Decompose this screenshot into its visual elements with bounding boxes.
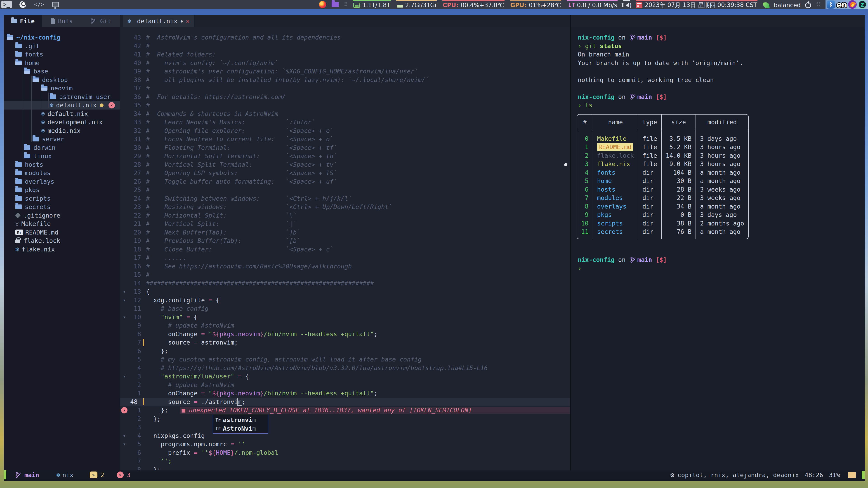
shell-command[interactable]: › git status bbox=[578, 42, 865, 51]
editor-line[interactable]: 41# Related folders: bbox=[120, 50, 569, 59]
editor-line[interactable]: 7 ''; bbox=[120, 457, 569, 465]
tree-item-desktop[interactable]: desktop bbox=[4, 76, 120, 84]
statusline-git-branch[interactable]: main bbox=[14, 471, 39, 479]
editor-line[interactable]: 18# Close Buffer: `<Space> + c` bbox=[120, 245, 569, 254]
editor-line[interactable]: ▾10 "nvim" = { bbox=[120, 313, 569, 322]
editor-line[interactable]: 29# Horizontal Split Terminal: `<Space> … bbox=[120, 152, 569, 160]
editor-line[interactable]: 21# Vertical Split: `|` bbox=[120, 220, 569, 228]
tree-item-flake-lock[interactable]: flake.lock bbox=[4, 236, 120, 245]
terminal-pane[interactable]: nix-config on main [$]› git statusOn bra… bbox=[571, 27, 865, 470]
completion-popup[interactable]: TrastronvimTrAstroNvim bbox=[213, 415, 268, 433]
statusline-modified-badge[interactable]: ✎ 2 bbox=[90, 471, 104, 479]
editor-line[interactable]: 48 source = ./astronvim; bbox=[120, 398, 569, 406]
tree-item-linux[interactable]: linux bbox=[4, 152, 120, 160]
editor-line[interactable]: 11 # base config bbox=[120, 304, 569, 313]
tree-item-overlays[interactable]: overlays bbox=[4, 177, 120, 186]
editor-line[interactable]: ▾4 nixpkgs.config bbox=[120, 431, 569, 440]
editor-line[interactable]: 6 }; bbox=[120, 347, 569, 355]
editor-line[interactable]: 26# Toggle buffer auto formatting: `<Spa… bbox=[120, 177, 569, 186]
editor-line[interactable]: 43# AstroNvim's configuration and all it… bbox=[120, 33, 569, 42]
tree-item-astronvim-user[interactable]: astronvim_user bbox=[4, 93, 120, 101]
editor-line[interactable]: 20# Next Buffer(Tab): `]b` bbox=[120, 228, 569, 237]
editor-line[interactable]: 32# Opening file explorer: `<Space> + e` bbox=[120, 127, 569, 135]
editor-line[interactable]: ▾12 xdg.configFile = { bbox=[120, 296, 569, 304]
bluetooth-icon[interactable]: ᛒ bbox=[827, 0, 835, 8]
editor-line[interactable]: 30# Floating Terminal: `<Space> + tf` bbox=[120, 143, 569, 152]
chat-tray-icon[interactable]: z bbox=[858, 0, 867, 9]
editor-line[interactable]: 33# Learn Neovim's Basics: `:Tutor` bbox=[120, 118, 569, 127]
tree-item-media-nix[interactable]: ❄media.nix bbox=[4, 127, 120, 135]
editor-line[interactable]: 37# bbox=[120, 84, 569, 93]
workspace-terminal-icon[interactable]: >_ bbox=[1, 1, 12, 8]
tree-item-home[interactable]: home bbox=[4, 59, 120, 67]
editor-line[interactable]: 19# Previous Buffer(Tab): `[b` bbox=[120, 236, 569, 245]
tree-item-default-nix[interactable]: ❄default.nix✕ bbox=[4, 101, 120, 109]
editor-line[interactable]: 6 prefix = ''${HOME}/.npm-global bbox=[120, 449, 569, 457]
tree-item-darwin[interactable]: darwin bbox=[4, 143, 120, 152]
keyboard-layout[interactable]: en bbox=[836, 0, 847, 9]
editor-line[interactable]: 31# Focus Neotree to current file: `<Spa… bbox=[120, 135, 569, 143]
buffer-tab-default-nix[interactable]: ❄ default.nix ● ✕ bbox=[123, 15, 194, 27]
editor-line[interactable]: 42# bbox=[120, 42, 569, 51]
workspace-tor-browser-icon[interactable] bbox=[18, 1, 28, 8]
editor-line[interactable]: 2 }; bbox=[120, 415, 569, 423]
editor-line[interactable]: 16# See https://astronvim.com/Basic%20Us… bbox=[120, 262, 569, 271]
workspace-code-icon[interactable]: </> bbox=[34, 1, 44, 8]
editor-line[interactable]: 35# bbox=[120, 101, 569, 109]
tree-item--git[interactable]: .git bbox=[4, 42, 120, 51]
tree-item-modules[interactable]: modules bbox=[4, 169, 120, 177]
completion-item[interactable]: Trastronvim bbox=[213, 416, 268, 424]
editor-line[interactable]: 36# For details: https://astronvim.com/ bbox=[120, 93, 569, 101]
editor-line[interactable]: 14######################################… bbox=[120, 279, 569, 288]
workspace-monitor-icon[interactable] bbox=[50, 1, 61, 8]
editor-line[interactable]: 3 bbox=[120, 423, 569, 431]
editor-line[interactable]: 24# Switching between windows: `<Ctrl> +… bbox=[120, 194, 569, 203]
editor-line[interactable]: 8 onChange = "${pkgs.neovim}/bin/nvim --… bbox=[120, 330, 569, 338]
tree-item-secrets[interactable]: secrets bbox=[4, 203, 120, 211]
editor-line[interactable]: 5 # my cusotom astronvim config, astronv… bbox=[120, 355, 569, 364]
flame-tray-icon[interactable] bbox=[848, 0, 857, 9]
launcher-firefox[interactable] bbox=[319, 0, 326, 9]
neotree-tab-git[interactable]: Git bbox=[81, 15, 120, 27]
editor-line[interactable]: 4 # https://github.com/AstroNvim/AstroNv… bbox=[120, 364, 569, 372]
editor-line[interactable]: 1 onChange = "${pkgs.neovim}/bin/nvim --… bbox=[120, 389, 569, 398]
editor-line[interactable]: ▾3 "astronvim/lua/user" = { bbox=[120, 372, 569, 381]
tree-item-readme-md[interactable]: M↓README.md bbox=[4, 228, 120, 237]
tree-item-default-nix[interactable]: ❄default.nix bbox=[4, 109, 120, 118]
tree-item-server[interactable]: server bbox=[4, 135, 120, 143]
editor-line[interactable]: 9 # update AstroNvim bbox=[120, 321, 569, 330]
editor-line[interactable]: 28# Vertical Split Terminal: `<Space> + … bbox=[120, 160, 569, 169]
editor-line[interactable]: 8 }; bbox=[120, 465, 569, 470]
editor-line[interactable]: 25# bbox=[120, 186, 569, 194]
launcher-files[interactable] bbox=[332, 0, 339, 9]
neotree-tab-bufs[interactable]: Bufs bbox=[42, 15, 81, 27]
editor-line[interactable]: 23# Resizing windows: `<Ctrl> + Up/Down/… bbox=[120, 203, 569, 211]
editor-line[interactable]: ▾5 programs.npm.npmrc = '' bbox=[120, 440, 569, 449]
editor-line[interactable]: 39# astronvim's user configuration: `$XD… bbox=[120, 67, 569, 76]
editor-line[interactable]: 22# Horizontal Split: `\` bbox=[120, 211, 569, 220]
shell-command[interactable]: › ls bbox=[578, 101, 865, 109]
close-buffer-icon[interactable]: ✕ bbox=[186, 18, 190, 25]
tree-item-fonts[interactable]: fonts bbox=[4, 50, 120, 59]
editor-line[interactable]: 15# bbox=[120, 270, 569, 279]
tree-item-pkgs[interactable]: pkgs bbox=[4, 186, 120, 194]
editor-line[interactable]: 2 # update AstroNvim bbox=[120, 381, 569, 389]
editor-line[interactable]: 38# all plugins will be installed into(b… bbox=[120, 76, 569, 84]
editor-line[interactable]: ✕1 };■ unexpected TOKEN_CURLY_B_CLOSE at… bbox=[120, 406, 569, 415]
editor-line[interactable]: 17# ...... bbox=[120, 254, 569, 262]
tree-item-makefile[interactable]: ♉Makefile bbox=[4, 220, 120, 228]
tree-item--nix-config[interactable]: ~/nix-config bbox=[4, 33, 120, 42]
tree-item-flake-nix[interactable]: ❄flake.nix bbox=[4, 245, 120, 254]
editor-line[interactable]: 7 source = astronvim; bbox=[120, 338, 569, 347]
shell-prompt-input[interactable]: › bbox=[578, 264, 667, 273]
completion-item[interactable]: TrAstroNvim bbox=[213, 424, 268, 433]
neotree-tab-file[interactable]: File bbox=[4, 15, 42, 27]
tree-item-base[interactable]: base bbox=[4, 67, 120, 76]
tree-item-neovim[interactable]: neovim bbox=[4, 84, 120, 93]
editor-line[interactable]: 40# nvim's config: `~/.config/nvim` bbox=[120, 59, 569, 67]
editor-line[interactable]: 27# Opening LSP symbols: `<Space> + lS` bbox=[120, 169, 569, 177]
editor-line[interactable]: ▾13{ bbox=[120, 287, 569, 296]
tree-item-hosts[interactable]: hosts bbox=[4, 160, 120, 169]
editor-line[interactable]: 34# Commands & shortcuts in AstroNvim bbox=[120, 109, 569, 118]
statusline-error-badge[interactable]: ✕ 3 bbox=[117, 471, 130, 479]
